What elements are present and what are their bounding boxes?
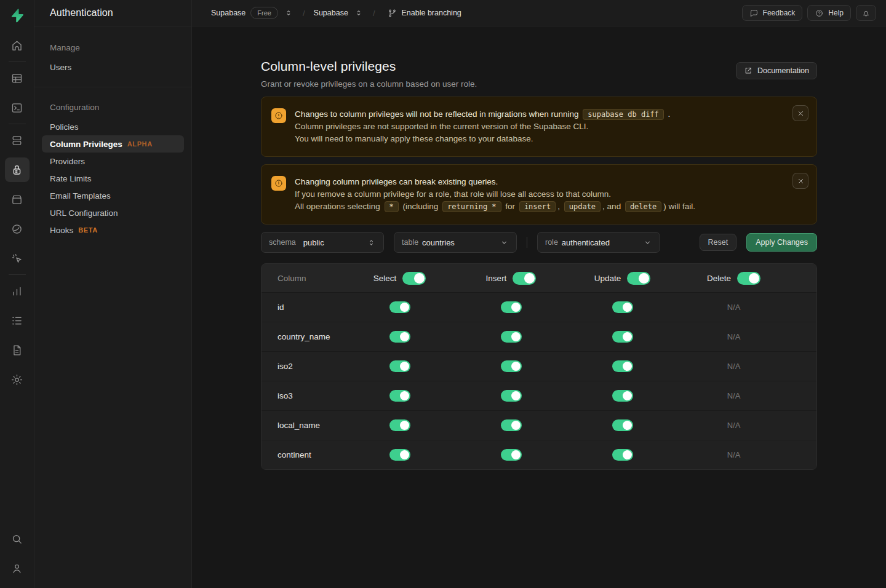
toggle-all-update[interactable] xyxy=(627,272,650,285)
column-header: Column xyxy=(277,274,344,283)
toggle-select-local_name[interactable] xyxy=(389,419,410,431)
toggle-insert-country_name[interactable] xyxy=(501,331,522,343)
rail-item-settings[interactable] xyxy=(5,367,30,392)
sidebar-item-providers[interactable]: Providers xyxy=(42,153,184,170)
toggle-insert-iso2[interactable] xyxy=(501,360,522,372)
header-label-update: Update xyxy=(594,274,621,283)
rail-item-sql-editor[interactable] xyxy=(5,95,30,120)
na-cell: N/A xyxy=(727,332,741,341)
table-select[interactable]: table countries xyxy=(394,232,517,253)
warning-banner-2: Changing column privileges can break exi… xyxy=(261,164,817,224)
rail-item-realtime[interactable] xyxy=(5,246,30,271)
toggle-select-country_name[interactable] xyxy=(389,331,410,343)
feedback-button[interactable]: Feedback xyxy=(742,5,803,21)
banner-line: All operations selecting * (including re… xyxy=(295,201,695,213)
help-button[interactable]: Help xyxy=(807,5,851,21)
banner-close-button[interactable] xyxy=(792,173,808,189)
toggle-insert-iso3[interactable] xyxy=(501,390,522,402)
rail-item-api-docs[interactable] xyxy=(5,338,30,362)
rail-item-table-editor[interactable] xyxy=(5,66,30,90)
rail-item-home[interactable] xyxy=(5,33,30,58)
topbar-actions: Feedback Help xyxy=(742,5,876,21)
rail-item-edge-functions[interactable] xyxy=(5,217,30,241)
project-name[interactable]: Supabase xyxy=(314,9,348,17)
chevrons-up-down-icon xyxy=(367,238,376,247)
toggle-update-local_name[interactable] xyxy=(612,419,633,431)
sidebar-item-users[interactable]: Users xyxy=(42,58,184,76)
role-select[interactable]: role authenticated xyxy=(537,232,660,253)
banner-content: Changing column privileges can break exi… xyxy=(295,176,695,213)
table-row-country_name: country_nameN/A xyxy=(261,322,816,351)
breadcrumb-separator: / xyxy=(303,9,305,18)
toggle-select-iso2[interactable] xyxy=(389,360,410,372)
nav-rail xyxy=(0,0,34,588)
warning-banner-1: Changes to column privileges will not be… xyxy=(261,97,817,157)
documentation-label: Documentation xyxy=(757,66,809,75)
rail-item-profile[interactable] xyxy=(5,556,30,581)
toggle-update-iso2[interactable] xyxy=(612,360,633,372)
table-row-iso3: iso3N/A xyxy=(261,381,816,410)
sidebar-item-rate-limits[interactable]: Rate Limits xyxy=(42,170,184,187)
table-editor-icon xyxy=(10,72,23,85)
toggle-select-iso3[interactable] xyxy=(389,390,410,402)
privileges-table: ColumnSelectInsertUpdateDeleteidN/Acount… xyxy=(261,263,817,470)
column-name: iso3 xyxy=(277,391,344,400)
help-label: Help xyxy=(828,9,844,17)
apply-changes-button[interactable]: Apply Changes xyxy=(746,233,817,252)
toggle-all-select[interactable] xyxy=(402,272,426,285)
rail-item-search[interactable] xyxy=(5,526,30,551)
org-breadcrumb: Supabase Free xyxy=(211,7,294,19)
project-switcher-button[interactable] xyxy=(353,7,364,18)
rail-item-logs[interactable] xyxy=(5,308,30,333)
page-title: Column-level privileges xyxy=(261,59,477,74)
table-select-value: countries xyxy=(422,238,455,247)
toggle-select-id[interactable] xyxy=(389,301,410,313)
sidebar: Authentication ManageUsersConfigurationP… xyxy=(34,0,192,588)
toggle-all-insert[interactable] xyxy=(513,272,536,285)
banner-close-button[interactable] xyxy=(792,105,808,121)
table-select-label: table xyxy=(402,238,418,247)
reset-button[interactable]: Reset xyxy=(700,234,737,251)
sidebar-item-label: Rate Limits xyxy=(50,174,92,183)
toggle-select-continent[interactable] xyxy=(389,449,410,461)
rail-item-storage[interactable] xyxy=(5,187,30,212)
schema-select[interactable]: schema public xyxy=(261,232,384,253)
supabase-logo[interactable] xyxy=(0,0,34,31)
toggle-insert-id[interactable] xyxy=(501,301,522,313)
toggle-update-id[interactable] xyxy=(612,301,633,313)
org-name[interactable]: Supabase xyxy=(211,9,245,17)
git-branch-icon xyxy=(388,9,397,18)
sidebar-item-label: Policies xyxy=(50,122,79,132)
toggle-all-delete[interactable] xyxy=(737,272,760,285)
rail-divider xyxy=(9,62,26,62)
org-switcher-button[interactable] xyxy=(283,7,294,18)
sql-editor-icon xyxy=(10,101,23,114)
feedback-label: Feedback xyxy=(763,9,796,17)
enable-branching-button[interactable]: Enable branching xyxy=(384,8,465,18)
rail-item-auth[interactable] xyxy=(5,157,30,182)
notifications-button[interactable] xyxy=(856,5,876,21)
close-icon xyxy=(797,177,805,185)
alpha-badge: ALPHA xyxy=(127,140,153,148)
rail-item-database[interactable] xyxy=(5,128,30,153)
sidebar-item-email-templates[interactable]: Email Templates xyxy=(42,187,184,204)
bell-icon xyxy=(861,9,871,18)
banner-line: Column privileges are not supported in t… xyxy=(295,121,670,133)
toggle-insert-local_name[interactable] xyxy=(501,419,522,431)
rail-item-reports[interactable] xyxy=(5,279,30,303)
sidebar-sections: ManageUsersConfigurationPoliciesColumn P… xyxy=(34,26,191,262)
toggle-update-continent[interactable] xyxy=(612,449,633,461)
sidebar-item-policies[interactable]: Policies xyxy=(42,118,184,135)
sidebar-item-url-configuration[interactable]: URL Configuration xyxy=(42,204,184,221)
rail-icon-list xyxy=(0,31,34,394)
documentation-button[interactable]: Documentation xyxy=(736,62,817,79)
sidebar-item-hooks[interactable]: HooksBETA xyxy=(42,221,184,239)
toggle-update-iso3[interactable] xyxy=(612,390,633,402)
sidebar-item-column-privileges[interactable]: Column PrivilegesALPHA xyxy=(42,135,184,153)
enable-branching-label: Enable branching xyxy=(402,9,461,17)
toggle-update-country_name[interactable] xyxy=(612,331,633,343)
page-header: Column-level privileges Grant or revoke … xyxy=(261,59,817,89)
database-icon xyxy=(10,134,23,147)
home-icon xyxy=(10,39,23,52)
toggle-insert-continent[interactable] xyxy=(501,449,522,461)
